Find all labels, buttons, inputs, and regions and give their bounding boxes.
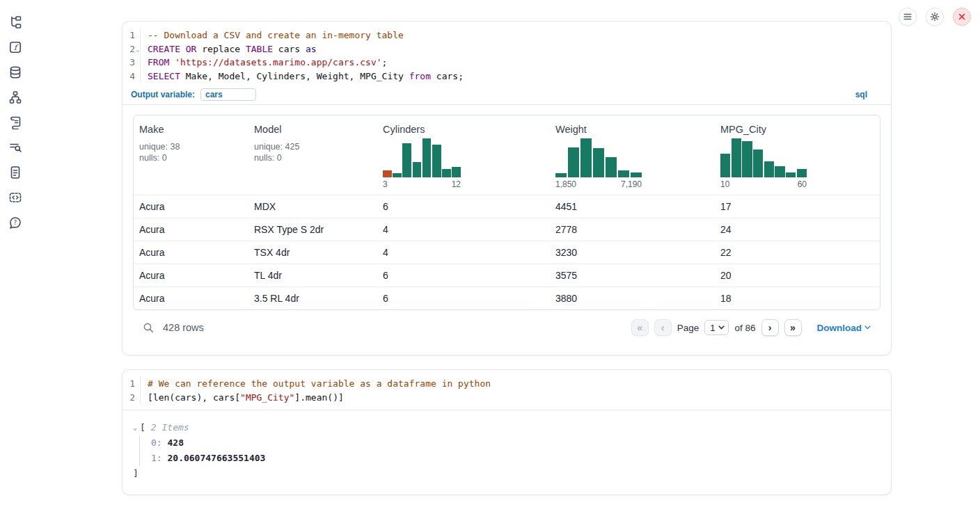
next-page-button[interactable]: › <box>761 319 779 336</box>
data-table: Make unique: 38 nulls: 0 Model unique: 4… <box>133 115 880 310</box>
python-code-editor[interactable]: 12 # We can reference the output variabl… <box>122 370 891 410</box>
line-number: 1 <box>122 29 135 42</box>
dependency-graph-icon[interactable] <box>8 90 22 104</box>
settings-button[interactable] <box>926 8 944 26</box>
histogram-bar <box>442 169 451 178</box>
code-line: # We can reference the output variable a… <box>148 377 491 391</box>
list-item: 1: 20.060747663551403 <box>151 451 880 466</box>
sql-code-editor[interactable]: 12⌄34 -- Download a CSV and create an in… <box>122 22 891 83</box>
line-number-gutter: 12⌄34 <box>122 29 141 83</box>
line-number: 3 <box>122 56 135 70</box>
axis-min: 10 <box>720 179 729 189</box>
item-value: 20.060747663551403 <box>167 453 265 463</box>
column-header-mpg-city[interactable]: MPG_City 10 60 <box>715 122 880 189</box>
gear-icon <box>930 12 940 22</box>
column-header-model[interactable]: Model unique: 425 nulls: 0 <box>248 122 377 189</box>
collapse-chevron-icon[interactable]: ⌄ <box>133 424 137 431</box>
item-index: 0 <box>151 437 157 448</box>
first-page-button[interactable]: « <box>631 319 649 336</box>
chevron-down-icon <box>718 325 725 330</box>
code-line: [len(cars), cars["MPG_City"].mean()] <box>148 391 491 405</box>
column-header-make[interactable]: Make unique: 38 nulls: 0 <box>134 122 248 189</box>
histogram-bar <box>618 170 629 177</box>
table-row[interactable]: Acura TL 4dr 6 3575 20 <box>134 264 880 287</box>
histogram-bar <box>720 154 730 178</box>
unique-stat: unique: 38 <box>139 141 243 152</box>
histogram-bar <box>764 161 774 178</box>
table-row[interactable]: Acura RSX Type S 2dr 4 2778 24 <box>134 218 880 241</box>
cylinders-histogram[interactable] <box>383 138 461 177</box>
histogram-bar <box>432 145 441 177</box>
logs-icon[interactable] <box>8 140 22 154</box>
page-select[interactable]: 1 <box>704 320 729 335</box>
histogram-bar <box>452 167 461 177</box>
sql-cell: 12⌄34 -- Download a CSV and create an in… <box>122 21 892 355</box>
histogram-bar <box>753 150 763 177</box>
histogram-bar <box>786 172 796 178</box>
code-line: FROM 'https://datasets.marimo.app/cars.c… <box>148 56 464 70</box>
last-page-button[interactable]: » <box>784 319 802 336</box>
axis-min: 3 <box>383 179 388 189</box>
table-footer: 428 rows « ‹ Page 1 of 86 › » Download <box>133 317 880 338</box>
sql-cell-output: Make unique: 38 nulls: 0 Model unique: 4… <box>122 105 891 346</box>
nulls-stat: nulls: 0 <box>139 152 243 163</box>
python-code: # We can reference the output variable a… <box>141 377 491 404</box>
language-badge: sql <box>855 90 867 99</box>
code-line: -- Download a CSV and create an in-memor… <box>148 29 464 42</box>
output-variable-bar: Output variable: sql <box>122 84 891 105</box>
histogram-bar <box>631 172 642 177</box>
file-explorer-icon[interactable] <box>8 15 22 29</box>
axis-max: 7,190 <box>621 179 642 189</box>
table-row[interactable]: Acura 3.5 RL 4dr 6 3880 18 <box>134 287 880 309</box>
open-bracket: [ <box>140 420 145 435</box>
histogram-bar <box>775 166 784 178</box>
pagination: « ‹ Page 1 of 86 › » Download <box>631 319 879 336</box>
axis-max: 60 <box>798 179 807 189</box>
histogram-bar <box>393 173 402 177</box>
column-header-weight[interactable]: Weight 1,850 7,190 <box>550 122 715 189</box>
snippets-icon[interactable] <box>8 191 22 204</box>
items-count-label: 2 Items <box>151 420 189 435</box>
line-number: 2⌄ <box>122 42 135 56</box>
table-header: Make unique: 38 nulls: 0 Model unique: 4… <box>134 115 880 195</box>
search-icon[interactable] <box>143 322 155 334</box>
python-cell-output: ⌄ [ 2 Items 0: 428 1: 20.060747663551403… <box>122 410 891 490</box>
svg-text:f: f <box>14 43 19 52</box>
scratchpad-icon[interactable] <box>8 115 22 129</box>
sql-code: -- Download a CSV and create an in-memor… <box>141 29 464 83</box>
svg-text:?: ? <box>14 219 17 226</box>
close-icon <box>957 12 967 22</box>
list-item: 0: 428 <box>151 435 880 451</box>
download-button[interactable]: Download <box>817 323 871 333</box>
axis-min: 1,850 <box>555 179 576 189</box>
row-count: 428 rows <box>163 322 204 333</box>
histogram-bar <box>606 157 617 177</box>
output-variable-input[interactable] <box>200 88 256 101</box>
notebook-menu-button[interactable] <box>899 8 917 26</box>
documentation-icon[interactable] <box>8 166 22 179</box>
previous-page-button[interactable]: ‹ <box>654 319 672 336</box>
histogram-bar <box>797 169 807 177</box>
shutdown-button[interactable] <box>953 8 971 26</box>
output-variable-label: Output variable: <box>131 90 195 99</box>
datasources-icon[interactable] <box>8 65 22 79</box>
table-row[interactable]: Acura TSX 4dr 4 3230 22 <box>134 241 880 264</box>
mpg-city-histogram[interactable] <box>720 138 807 177</box>
histogram-bar <box>413 162 422 177</box>
code-line: CREATE OR replace TABLE cars as <box>148 42 464 56</box>
help-icon[interactable]: ? <box>8 216 22 230</box>
sidebar: f ? <box>0 0 31 507</box>
column-header-cylinders[interactable]: Cylinders 3 12 <box>377 122 550 189</box>
histogram-bar <box>422 138 432 177</box>
histogram-bar <box>593 148 604 178</box>
line-number: 2 <box>122 391 135 405</box>
weight-histogram[interactable] <box>555 138 642 177</box>
fold-chevron-icon[interactable]: ⌄ <box>136 43 139 57</box>
nulls-stat: nulls: 0 <box>254 152 372 163</box>
histogram-bar <box>402 143 411 177</box>
item-value: 428 <box>167 437 183 448</box>
histogram-bar <box>732 138 741 177</box>
code-line: SELECT Make, Model, Cylinders, Weight, M… <box>148 70 464 83</box>
functions-icon[interactable]: f <box>8 40 22 54</box>
table-row[interactable]: Acura MDX 6 4451 17 <box>134 195 880 218</box>
